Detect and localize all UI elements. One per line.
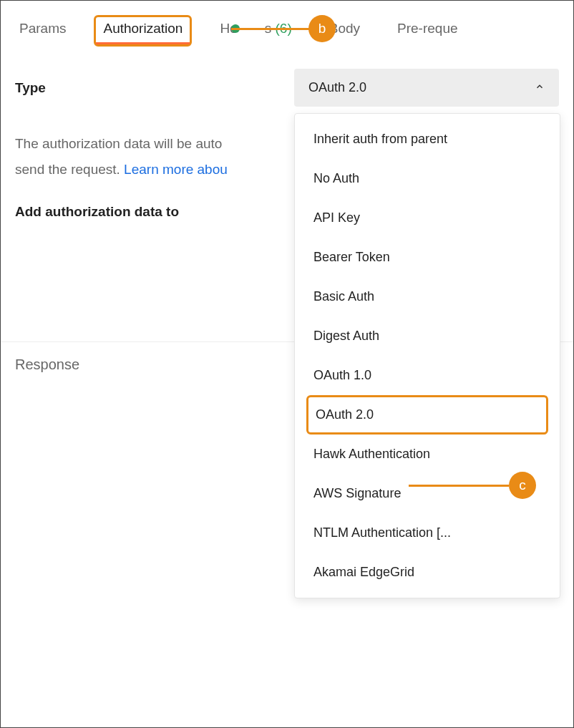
auth-type-dropdown: Inherit auth from parent No Auth API Key… xyxy=(294,113,560,598)
request-tabs: Params Authorization Headers (6) Body Pr… xyxy=(1,1,573,47)
callout-badge-c: c xyxy=(509,472,536,499)
callout-badge-b: b xyxy=(308,15,336,42)
connector-line-c xyxy=(409,485,509,487)
tab-params[interactable]: Params xyxy=(15,15,70,47)
auth-option-akamai[interactable]: Akamai EdgeGrid xyxy=(295,553,560,592)
auth-option-apikey[interactable]: API Key xyxy=(295,198,560,238)
auth-option-oauth2[interactable]: OAuth 2.0 xyxy=(306,395,548,435)
auth-option-oauth1[interactable]: OAuth 1.0 xyxy=(295,356,560,395)
auth-option-inherit[interactable]: Inherit auth from parent xyxy=(295,120,560,159)
learn-more-link[interactable]: Learn more abou xyxy=(124,162,228,177)
auth-option-noauth[interactable]: No Auth xyxy=(295,159,560,198)
tab-authorization[interactable]: Authorization xyxy=(94,15,192,47)
auth-desc-line2: send the request. xyxy=(15,162,124,177)
connector-line-b xyxy=(231,28,310,30)
auth-desc-line1: The authorization data will be auto xyxy=(15,136,222,151)
auth-description: The authorization data will be auto send… xyxy=(15,131,301,183)
auth-type-label: Type xyxy=(15,69,46,96)
tab-prerequest[interactable]: Pre-reque xyxy=(393,15,462,47)
auth-option-bearer[interactable]: Bearer Token xyxy=(295,238,560,277)
chevron-up-icon xyxy=(535,82,545,94)
auth-option-hawk[interactable]: Hawk Authentication xyxy=(295,435,560,474)
auth-option-digest[interactable]: Digest Auth xyxy=(295,316,560,356)
tab-headers[interactable]: Headers (6) xyxy=(215,15,296,47)
auth-type-selected: OAuth 2.0 xyxy=(308,80,366,95)
auth-type-select[interactable]: OAuth 2.0 xyxy=(294,69,559,107)
auth-option-ntlm[interactable]: NTLM Authentication [... xyxy=(295,513,560,553)
auth-option-basic[interactable]: Basic Auth xyxy=(295,277,560,316)
